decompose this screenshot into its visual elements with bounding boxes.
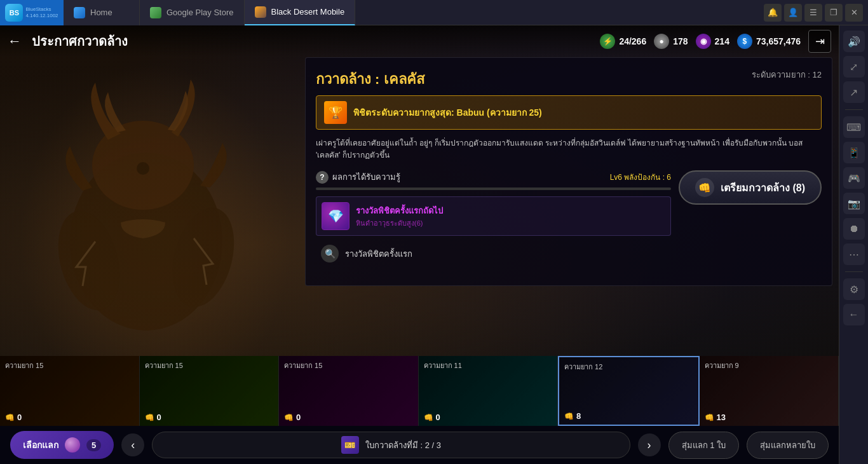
logo-version: BlueStacks4.140.12.1002 bbox=[25, 6, 58, 18]
sidebar-sep-1 bbox=[845, 109, 863, 110]
reward2-text: รางวัลพิชิตครั้งแรก bbox=[345, 247, 412, 261]
thumb-overlay-5: ความยาก 12 👊 8 bbox=[559, 357, 698, 425]
thumb-bottom-5: 👊 8 bbox=[564, 411, 693, 421]
tab-bdm-label: Black Desert Mobile bbox=[271, 7, 345, 17]
action-button[interactable]: 👊 เตรียมกวาดล้าง (8) bbox=[679, 170, 822, 205]
thumb-fist-6: 👊 bbox=[705, 413, 714, 422]
thumb-overlay-3: ความยาก 15 👊 0 bbox=[279, 356, 418, 426]
restore-btn[interactable]: ❐ bbox=[825, 4, 843, 22]
notification-btn[interactable]: 🔔 bbox=[764, 4, 782, 22]
settings-icon[interactable]: ⚙ bbox=[843, 278, 865, 300]
description-text: เผ่าครูโต้ที่เคยอาศัยอยู่แต่ในถ้ำ อยู่ๆ … bbox=[316, 137, 822, 161]
gplay-tab-icon bbox=[150, 7, 161, 18]
thumb-bottom-4: 👊 0 bbox=[424, 413, 553, 422]
prev-button[interactable]: ‹ bbox=[121, 433, 144, 456]
thumb-item-2[interactable]: ความยาก 15 👊 0 bbox=[140, 356, 280, 426]
thumb-fist-5: 👊 bbox=[564, 412, 574, 421]
help-icon[interactable]: ? bbox=[316, 171, 329, 184]
select-count: 5 bbox=[86, 439, 101, 451]
bdm-tab-icon bbox=[255, 6, 266, 18]
purple-orb bbox=[65, 437, 80, 453]
thumb-item-3[interactable]: ความยาก 15 👊 0 bbox=[279, 356, 419, 426]
thumb-item-6[interactable]: ความยาก 9 👊 13 bbox=[700, 356, 839, 426]
thumb-fist-4: 👊 bbox=[424, 413, 433, 422]
ticket-icon: 🎫 bbox=[341, 436, 359, 454]
thumb-fist-2: 👊 bbox=[145, 413, 154, 422]
gamepad-icon[interactable]: 🎮 bbox=[843, 167, 865, 189]
right-sidebar: 🔊 ⤢ ↗ ⌨ 📱 🎮 📷 ⏺ ⋯ ⚙ ← bbox=[839, 25, 868, 464]
tablet-icon[interactable]: 📱 bbox=[843, 142, 865, 163]
ticket-display: 🎫 ใบกวาดล้างที่มี : 2 / 3 bbox=[152, 432, 630, 458]
rewards-section: ? ผลการได้รับความรู้ Lv6 พลังป้องกัน : 6… bbox=[316, 170, 822, 266]
tab-gplay[interactable]: Google Play Store bbox=[140, 0, 245, 25]
thumb-item-4[interactable]: ความยาก 11 👊 0 bbox=[419, 356, 559, 426]
pointer-icon[interactable]: ↗ bbox=[843, 81, 865, 103]
hud-stat-gems: ● 178 bbox=[654, 34, 688, 49]
hud-stat-gold: $ 73,657,476 bbox=[737, 34, 801, 49]
energy-icon: ⚡ bbox=[600, 34, 615, 49]
thumb-difficulty-3: ความยาก 15 bbox=[284, 360, 413, 371]
account-btn[interactable]: 👤 bbox=[784, 4, 802, 22]
orb-icon: ◉ bbox=[696, 34, 711, 49]
difficulty-badge: ระดับความยาก : 12 bbox=[752, 68, 822, 81]
rewards-title: ผลการได้รับความรู้ bbox=[332, 170, 400, 184]
keyboard-icon[interactable]: ⌨ bbox=[843, 116, 865, 138]
lv-badge: Lv6 พลังป้องกัน : 6 bbox=[610, 171, 671, 183]
thumb-difficulty-5: ความยาก 12 bbox=[564, 361, 693, 372]
thumb-fist-1: 👊 bbox=[5, 413, 15, 422]
thumb-count-4: 0 bbox=[436, 413, 440, 422]
hud-stat-energy: ⚡ 24/266 bbox=[600, 34, 646, 49]
coin-icon: $ bbox=[737, 34, 752, 49]
tab-home[interactable]: Home bbox=[64, 0, 140, 25]
winner-banner: 🏆 พิชิตระดับความยากสูงสุด: Babuu (ความยา… bbox=[316, 95, 822, 130]
record-icon[interactable]: ⏺ bbox=[843, 218, 865, 240]
thumb-bottom-3: 👊 0 bbox=[284, 413, 413, 422]
thumb-item-5[interactable]: ความยาก 12 👊 8 bbox=[558, 356, 700, 426]
thumb-overlay-2: ความยาก 15 👊 0 bbox=[140, 356, 279, 426]
main-area: ← ประกาศกวาดล้าง ⚡ 24/266 ● 178 ◉ 214 $ … bbox=[0, 25, 868, 464]
next-button[interactable]: › bbox=[638, 433, 661, 456]
thumbnail-strip: ความยาก 15 👊 0 ความยาก 15 👊 0 bbox=[0, 356, 839, 426]
top-hud: ← ประกาศกวาดล้าง ⚡ 24/266 ● 178 ◉ 214 $ … bbox=[0, 25, 839, 57]
thumb-count-3: 0 bbox=[296, 413, 301, 422]
volume-icon[interactable]: 🔊 bbox=[843, 31, 865, 52]
reward-texts: รางวัลพิชิตครั้งแรกถัดไป หินดำอาวุธระดับ… bbox=[356, 204, 665, 229]
thumb-difficulty-1: ความยาก 15 bbox=[5, 360, 134, 371]
select-btn-label: เลือกแลก bbox=[23, 438, 58, 452]
reward-item-1[interactable]: 💎 รางวัลพิชิตครั้งแรกถัดไป หินดำอาวุธระด… bbox=[316, 196, 671, 236]
page-title: ประกาศกวาดล้าง bbox=[32, 31, 128, 51]
more-icon[interactable]: ⋯ bbox=[843, 243, 865, 265]
tab-bar: Home Google Play Store Black Desert Mobi… bbox=[64, 0, 759, 25]
thumb-overlay-4: ความยาก 11 👊 0 bbox=[419, 356, 558, 426]
reward-item-2[interactable]: 🔍 รางวัลพิชิตครั้งแรก bbox=[316, 241, 671, 266]
thumb-bottom-6: 👊 13 bbox=[705, 413, 834, 422]
back-nav-icon[interactable]: ← bbox=[843, 304, 865, 325]
thumb-difficulty-6: ความยาก 9 bbox=[705, 360, 834, 371]
ticket-text: ใบกวาดล้างที่มี : 2 / 3 bbox=[365, 439, 441, 452]
progress-bar bbox=[316, 188, 671, 190]
thumb-overlay-6: ความยาก 9 👊 13 bbox=[700, 356, 839, 426]
gold-value: 73,657,476 bbox=[756, 36, 801, 46]
select-button[interactable]: เลือกแลก 5 bbox=[10, 431, 114, 459]
thumb-item-1[interactable]: ความยาก 15 👊 0 bbox=[0, 356, 140, 426]
thumb-count-2: 0 bbox=[157, 413, 161, 422]
close-btn[interactable]: ✕ bbox=[845, 4, 863, 22]
camera-icon[interactable]: 📷 bbox=[843, 193, 865, 214]
title-bar: BS BlueStacks4.140.12.1002 Home Google P… bbox=[0, 0, 868, 25]
logo-icon: BS bbox=[5, 4, 23, 22]
hud-stat-orbs: ◉ 214 bbox=[696, 34, 729, 49]
energy-value: 24/266 bbox=[619, 36, 646, 46]
hamburger-btn[interactable]: ☰ bbox=[804, 4, 822, 22]
thumb-bottom-1: 👊 0 bbox=[5, 413, 134, 422]
tab-bdm[interactable]: Black Desert Mobile bbox=[245, 0, 356, 25]
random-multi-button[interactable]: สุ่มแลกหลายใบ bbox=[747, 432, 829, 459]
gem-value: 178 bbox=[673, 36, 688, 46]
tab-gplay-label: Google Play Store bbox=[166, 8, 234, 17]
exit-button[interactable]: ⇥ bbox=[808, 30, 831, 53]
bottom-controls: เลือกแลก 5 ‹ 🎫 ใบกวาดล้างที่มี : 2 / 3 ›… bbox=[0, 426, 839, 464]
expand-icon[interactable]: ⤢ bbox=[843, 56, 865, 78]
window-controls: 🔔 👤 ☰ ❐ ✕ bbox=[759, 4, 868, 22]
random-button[interactable]: สุ่มแลก 1 ใบ bbox=[668, 432, 739, 459]
tab-home-label: Home bbox=[90, 8, 112, 17]
back-button[interactable]: ← bbox=[8, 33, 22, 50]
